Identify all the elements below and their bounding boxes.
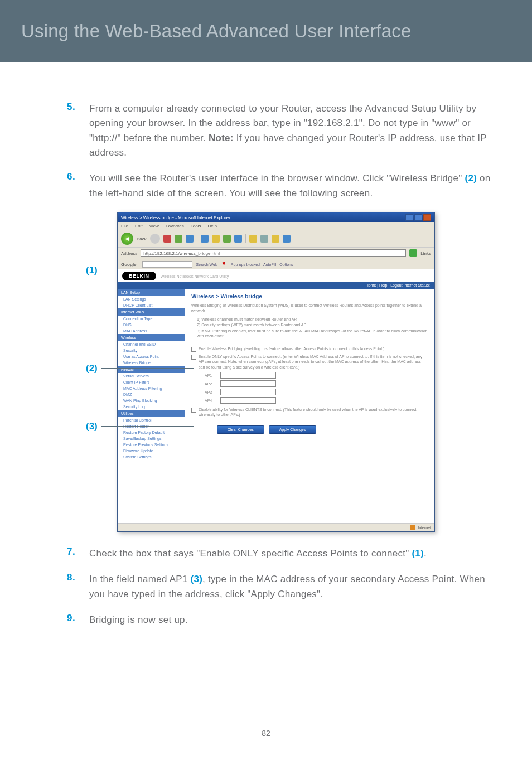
- checkbox-row: Enable ONLY specific Access Points to co…: [191, 354, 428, 370]
- options-btn[interactable]: Options: [279, 263, 293, 267]
- menu-item[interactable]: Tools: [191, 224, 201, 229]
- status-text: Internet: [418, 526, 431, 530]
- sidebar: LAN Setup LAN Settings DHCP Client List …: [118, 289, 185, 523]
- sidebar-item[interactable]: Client IP Filters: [118, 379, 185, 385]
- favorites-icon[interactable]: [212, 235, 220, 243]
- home-icon[interactable]: [186, 235, 194, 243]
- popup-blocker-icon[interactable]: ✖: [221, 261, 228, 268]
- maximize-icon[interactable]: [414, 214, 422, 221]
- callout-line: [101, 270, 178, 270]
- checkbox-label: Enable ONLY specific Access Points to co…: [199, 354, 428, 370]
- address-bar: Address http://192.168.2.1/wireless_brid…: [118, 247, 434, 259]
- ap4-input[interactable]: [220, 397, 276, 404]
- menu-item[interactable]: File: [121, 224, 128, 229]
- google-search-input[interactable]: [142, 261, 192, 268]
- sidebar-item[interactable]: System Settings: [118, 454, 185, 460]
- callout-line: [101, 368, 194, 369]
- go-button[interactable]: [409, 249, 417, 257]
- menu-item[interactable]: Edit: [135, 224, 143, 229]
- edit-icon[interactable]: [272, 235, 279, 243]
- sidebar-item[interactable]: Virtual Servers: [118, 373, 185, 379]
- sidebar-item[interactable]: Firmware Update: [118, 448, 185, 454]
- sidebar-section: Firewall: [118, 366, 185, 373]
- sidebar-item-wireless-bridge[interactable]: Wireless Bridge: [118, 360, 185, 366]
- text: Check the box that says "Enable ONLY spe…: [89, 548, 412, 559]
- sidebar-item[interactable]: WAN Ping Blocking: [118, 398, 185, 404]
- sidebar-item[interactable]: Restore Factory Default: [118, 429, 185, 435]
- titlebar: Wireless > Wireless bridge - Microsoft I…: [118, 212, 434, 222]
- sidebar-item[interactable]: Channel and SSID: [118, 341, 185, 347]
- text: In the field named AP1: [89, 574, 191, 584]
- enable-specific-ap-checkbox[interactable]: [191, 355, 196, 360]
- sidebar-item[interactable]: Security Log: [118, 404, 185, 410]
- minimize-icon[interactable]: [405, 214, 413, 221]
- sidebar-item[interactable]: DNS: [118, 322, 185, 328]
- ap3-input[interactable]: [220, 389, 276, 395]
- rule-item: 1) Wireless channels must match between …: [197, 317, 428, 322]
- separator: [197, 234, 197, 243]
- sidebar-section: Internet WAN: [118, 308, 185, 316]
- callout-3: (3): [86, 421, 98, 432]
- clear-changes-button[interactable]: Clear Changes: [217, 425, 264, 434]
- mail-icon[interactable]: [249, 235, 257, 243]
- ap1-label: AP1: [205, 374, 217, 377]
- sidebar-item[interactable]: Restore Previous Settings: [118, 442, 185, 448]
- ref: (2): [465, 173, 477, 183]
- close-icon[interactable]: [423, 214, 431, 221]
- forward-button[interactable]: [150, 234, 160, 244]
- sidebar-item[interactable]: MAC Address: [118, 328, 185, 334]
- sidebar-item[interactable]: DMZ: [118, 391, 185, 398]
- rules-list: 1) Wireless channels must match between …: [191, 317, 428, 339]
- media-icon[interactable]: [223, 235, 231, 243]
- belkin-header: BELKIN Wireless Notebook Network Card Ut…: [118, 269, 434, 282]
- page-body: LAN Setup LAN Settings DHCP Client List …: [118, 289, 434, 523]
- checkbox-row: Disable ability for Wireless CLIENTS to …: [191, 407, 428, 418]
- sidebar-item[interactable]: MAC Address Filtering: [118, 385, 185, 391]
- sidebar-item[interactable]: Save/Backup Settings: [118, 435, 185, 442]
- stop-icon[interactable]: [163, 235, 171, 243]
- autofill-btn[interactable]: AutoFill: [263, 263, 276, 267]
- refresh-icon[interactable]: [175, 235, 182, 243]
- ap1-input[interactable]: [220, 372, 276, 379]
- sidebar-item[interactable]: DHCP Client List: [118, 302, 185, 308]
- button-row: Clear Changes Apply Changes: [217, 425, 428, 434]
- content: 5. From a computer already connected to …: [0, 62, 532, 627]
- history-icon[interactable]: [234, 235, 242, 243]
- apply-changes-button[interactable]: Apply Changes: [269, 425, 316, 434]
- sidebar-item[interactable]: LAN Settings: [118, 296, 185, 302]
- step-number: 8.: [67, 572, 89, 602]
- ap-row: AP2: [205, 380, 428, 387]
- sidebar-item[interactable]: Connection Type: [118, 316, 185, 322]
- step-7: 7. Check the box that says "Enable ONLY …: [67, 546, 492, 561]
- discuss-icon[interactable]: [283, 235, 291, 243]
- google-logo: Google -: [121, 262, 139, 267]
- separator: [245, 234, 246, 243]
- enable-bridging-checkbox[interactable]: [191, 347, 196, 352]
- header-title: Using the Web-Based Advanced User Interf…: [21, 21, 412, 42]
- belkin-subheader: Home | Help | Logout Internet Status:: [118, 282, 434, 289]
- sidebar-item[interactable]: Use as Access Point: [118, 354, 185, 360]
- ap2-label: AP2: [205, 382, 217, 386]
- google-search-btn[interactable]: Search Web: [196, 263, 217, 267]
- menu-item[interactable]: Favorites: [166, 224, 184, 229]
- toolbar: ◄ Back: [118, 230, 434, 247]
- disable-clients-checkbox[interactable]: [191, 408, 196, 413]
- print-icon[interactable]: [260, 235, 268, 243]
- step-number: 5.: [67, 101, 89, 160]
- address-input[interactable]: http://192.168.2.1/wireless_bridge.html: [141, 249, 406, 257]
- menu-item[interactable]: Help: [207, 224, 216, 229]
- back-button[interactable]: ◄: [121, 233, 133, 245]
- search-icon[interactable]: [201, 235, 209, 243]
- sidebar-item[interactable]: Security: [118, 347, 185, 354]
- note-label: Note:: [209, 133, 234, 143]
- ref: (3): [191, 574, 203, 584]
- text: You will see the Router's user interface…: [89, 173, 465, 183]
- menu-item[interactable]: View: [149, 224, 159, 229]
- browser-window: Wireless > Wireless bridge - Microsoft I…: [117, 212, 435, 532]
- step-number: 6.: [67, 171, 89, 201]
- step-text: You will see the Router's user interface…: [89, 171, 492, 201]
- sidebar-item[interactable]: Parental Control: [118, 417, 185, 423]
- ap-row: AP1: [205, 372, 428, 379]
- ap2-input[interactable]: [220, 380, 276, 387]
- links-label[interactable]: Links: [420, 251, 431, 256]
